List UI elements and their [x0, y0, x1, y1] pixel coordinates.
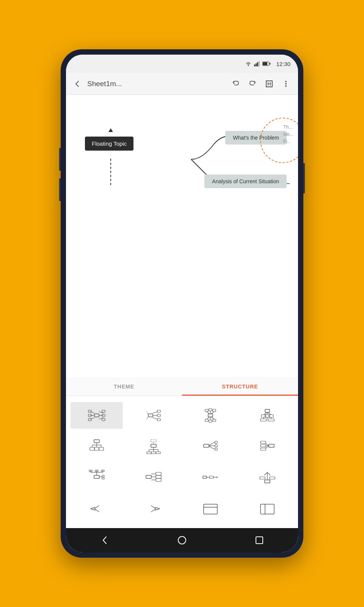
- volume-up-button[interactable]: [59, 148, 61, 171]
- svg-rect-61: [260, 419, 267, 421]
- circle-line1: Th...: [283, 124, 293, 131]
- structure-item-5[interactable]: [127, 433, 180, 460]
- header-actions: [228, 76, 293, 91]
- svg-rect-131: [270, 477, 275, 479]
- svg-rect-125: [265, 480, 270, 483]
- svg-line-47: [211, 417, 214, 419]
- structure-item-12[interactable]: [71, 495, 123, 522]
- svg-line-87: [212, 442, 215, 443]
- svg-rect-69: [90, 447, 94, 450]
- structure-item-4[interactable]: [71, 433, 123, 460]
- svg-rect-70: [94, 447, 99, 450]
- structure-item-14[interactable]: [184, 495, 237, 522]
- svg-rect-137: [256, 537, 263, 544]
- volume-down-button[interactable]: [59, 178, 61, 201]
- svg-rect-71: [99, 447, 104, 450]
- undo-button[interactable]: [228, 76, 243, 91]
- svg-rect-35: [157, 418, 160, 421]
- svg-rect-6: [263, 62, 267, 65]
- svg-rect-80: [156, 452, 160, 454]
- svg-rect-110: [102, 475, 104, 477]
- svg-line-52: [264, 412, 267, 415]
- app-title: Sheet1m...: [87, 80, 228, 88]
- svg-rect-98: [260, 445, 266, 447]
- svg-rect-34: [157, 414, 160, 417]
- mindmap-canvas[interactable]: Floating Topic What's the Problem Analys…: [66, 95, 298, 377]
- svg-rect-79: [151, 452, 156, 454]
- structure-item-13[interactable]: [127, 495, 180, 522]
- svg-rect-134: [260, 504, 274, 514]
- structure-item-7[interactable]: [241, 433, 293, 460]
- svg-rect-121: [210, 476, 213, 478]
- svg-line-129: [267, 472, 270, 475]
- structure-icon-1: [144, 406, 163, 425]
- format-button[interactable]: [262, 76, 277, 91]
- orange-circle-text: Th... Ide... Fi...: [283, 124, 293, 146]
- more-button[interactable]: [278, 76, 293, 91]
- undo-icon: [232, 80, 240, 88]
- structure-icon-9: [144, 469, 163, 487]
- svg-rect-112: [146, 475, 151, 478]
- svg-line-41: [211, 412, 214, 414]
- circle-line3: Fi...: [283, 138, 293, 145]
- tab-theme-label: THEME: [114, 384, 134, 390]
- svg-rect-132: [204, 504, 217, 514]
- structure-item-6[interactable]: [184, 433, 237, 460]
- structure-icon-8: [88, 469, 106, 487]
- svg-rect-119: [203, 476, 207, 478]
- svg-rect-4: [259, 61, 260, 66]
- node2-label: Analysis of Current Situation: [212, 178, 279, 184]
- svg-rect-111: [102, 478, 104, 479]
- structure-item-0[interactable]: [71, 402, 123, 429]
- power-button[interactable]: [303, 163, 305, 193]
- svg-line-30: [153, 412, 157, 413]
- tab-theme[interactable]: THEME: [66, 377, 182, 396]
- structure-item-10[interactable]: [184, 464, 237, 491]
- tab-structure[interactable]: STRUCTURE: [182, 377, 298, 396]
- svg-rect-118: [156, 478, 161, 481]
- structure-icon-14: [201, 500, 220, 518]
- structure-grid: [66, 396, 298, 528]
- svg-rect-116: [156, 472, 161, 475]
- dashed-line: [110, 159, 111, 185]
- svg-rect-38: [208, 414, 213, 417]
- status-bar: 12:30: [66, 55, 298, 73]
- nav-home-button[interactable]: [173, 531, 191, 549]
- structure-item-3[interactable]: [241, 402, 293, 429]
- svg-rect-93: [269, 444, 274, 447]
- nav-recents-button[interactable]: [250, 531, 268, 549]
- structure-item-8[interactable]: [71, 464, 123, 491]
- svg-point-10: [285, 81, 287, 82]
- svg-rect-130: [260, 477, 265, 479]
- svg-rect-90: [215, 441, 217, 443]
- structure-item-1[interactable]: [127, 402, 180, 429]
- floating-topic-node[interactable]: Floating Topic: [85, 137, 133, 151]
- structure-icon-15: [258, 500, 276, 518]
- svg-rect-63: [94, 440, 99, 443]
- svg-point-12: [285, 85, 287, 87]
- svg-rect-62: [268, 419, 274, 421]
- nav-home-icon: [177, 535, 187, 545]
- svg-rect-50: [213, 419, 216, 421]
- node-analysis[interactable]: Analysis of Current Situation: [204, 175, 287, 188]
- svg-rect-26: [102, 410, 105, 412]
- structure-item-11[interactable]: [241, 464, 293, 491]
- bottom-panel: THEME STRUCTURE: [66, 377, 298, 528]
- redo-button[interactable]: [245, 76, 260, 91]
- tab-structure-label: STRUCTURE: [222, 384, 258, 390]
- structure-item-9[interactable]: [127, 464, 180, 491]
- back-button[interactable]: [71, 77, 84, 91]
- svg-rect-72: [151, 444, 156, 447]
- svg-point-136: [178, 536, 186, 544]
- nav-back-button[interactable]: [96, 531, 114, 549]
- svg-rect-92: [215, 448, 217, 450]
- structure-item-2[interactable]: [184, 402, 237, 429]
- app-header: Sheet1m...: [66, 73, 298, 95]
- svg-line-94: [266, 443, 269, 446]
- structure-item-15[interactable]: [241, 495, 293, 522]
- svg-line-86: [209, 446, 212, 448]
- back-icon: [73, 80, 82, 88]
- nav-back-icon: [100, 535, 110, 545]
- svg-line-89: [212, 448, 215, 449]
- svg-line-45: [207, 417, 210, 419]
